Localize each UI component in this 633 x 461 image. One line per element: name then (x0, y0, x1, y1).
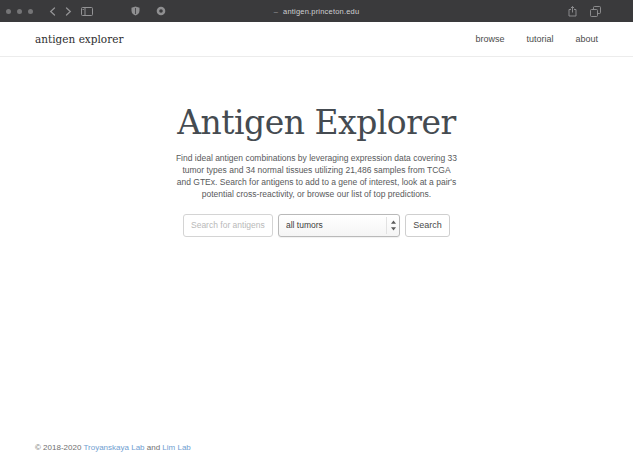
tumor-select-wrap: all tumors (278, 214, 400, 237)
tumor-select[interactable]: all tumors (278, 214, 400, 237)
site-logo[interactable]: antigen explorer (35, 33, 123, 45)
copyright-text: © 2018-2020 (35, 443, 81, 452)
search-row: all tumors Search (0, 214, 633, 237)
hero-section: Antigen Explorer Find ideal antigen comb… (0, 103, 633, 237)
main-nav: browse tutorial about (475, 34, 598, 44)
nav-link-browse[interactable]: browse (475, 34, 504, 44)
browser-window: – antigen.princeton.edu antigen explorer… (0, 0, 633, 461)
footer-conjunction: and (147, 443, 160, 452)
nav-link-tutorial[interactable]: tutorial (526, 34, 553, 44)
circle-extension-icon[interactable] (156, 6, 166, 16)
browser-chrome: – antigen.princeton.edu (0, 0, 633, 22)
footer: © 2018-2020 Troyanskaya Lab and Lim Lab (35, 443, 191, 452)
lim-lab-link[interactable]: Lim Lab (162, 443, 190, 452)
forward-icon[interactable] (65, 7, 72, 16)
chrome-left-controls (0, 6, 166, 16)
site-header: antigen explorer browse tutorial about (0, 22, 633, 57)
nav-link-about[interactable]: about (575, 34, 598, 44)
search-input[interactable] (183, 214, 273, 237)
window-zoom-button[interactable] (28, 9, 33, 14)
window-minimize-button[interactable] (17, 9, 22, 14)
sidebar-icon[interactable] (81, 7, 93, 16)
window-close-button[interactable] (6, 9, 11, 14)
page-description: Find ideal antigen combinations by lever… (176, 153, 458, 201)
shield-extension-icon[interactable] (131, 6, 140, 16)
search-button[interactable]: Search (405, 214, 450, 237)
address-bar-prefix: – (274, 7, 278, 16)
extension-toolbar (131, 6, 166, 16)
share-icon[interactable] (568, 6, 577, 17)
address-bar-url: antigen.princeton.edu (283, 7, 359, 16)
back-icon[interactable] (49, 7, 56, 16)
tab-overview-icon[interactable] (590, 6, 601, 17)
chrome-right-controls (568, 0, 601, 22)
page-title: Antigen Explorer (0, 103, 633, 142)
troyanskaya-lab-link[interactable]: Troyanskaya Lab (83, 443, 144, 452)
